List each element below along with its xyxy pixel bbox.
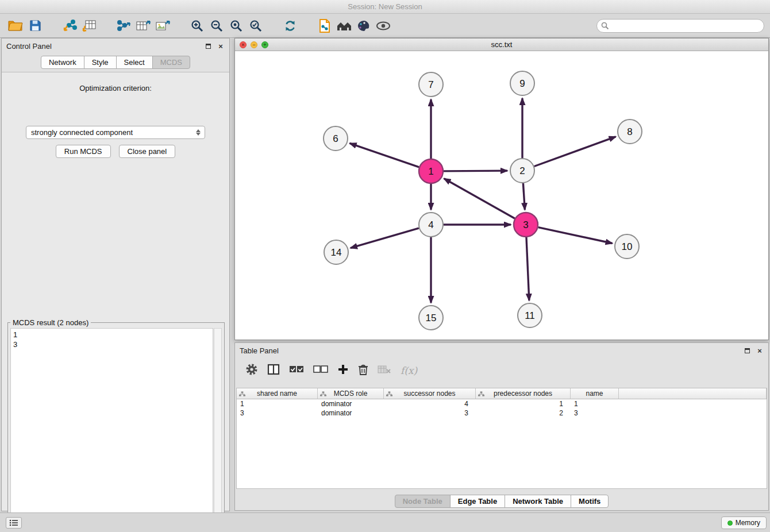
graph-node-10[interactable]: 10 xyxy=(615,234,639,259)
search-icon xyxy=(601,22,609,32)
cell-name[interactable]: 1 xyxy=(571,399,619,408)
graph-node-4[interactable]: 4 xyxy=(419,213,443,237)
zoom-fit-icon[interactable] xyxy=(226,17,246,35)
graph-node-14[interactable]: 14 xyxy=(324,240,348,264)
close-panel-icon[interactable]: × xyxy=(217,42,225,50)
svg-text:7: 7 xyxy=(428,79,433,90)
result-vertical-scrollbar[interactable] xyxy=(214,328,222,526)
table-settings-gear-icon[interactable] xyxy=(245,363,258,378)
result-line: 3 xyxy=(13,340,210,349)
window-minimize-icon[interactable]: − xyxy=(251,41,257,48)
mcds-result-list[interactable]: 1 3 xyxy=(10,328,213,526)
table-row[interactable]: 1 dominator 4 1 1 xyxy=(237,399,767,408)
export-document-icon[interactable] xyxy=(315,17,334,35)
svg-text:10: 10 xyxy=(622,241,633,252)
tab-edge-table[interactable]: Edge Table xyxy=(450,495,505,508)
cell-predecessor-nodes[interactable]: 1 xyxy=(476,399,571,408)
cell-successor-nodes[interactable]: 3 xyxy=(384,408,476,418)
tab-style[interactable]: Style xyxy=(84,56,117,69)
network-canvas[interactable]: 7968124314101511 xyxy=(235,51,768,340)
table-panel: Table Panel × f(x) sha xyxy=(234,342,769,511)
graph-node-1[interactable]: 1 xyxy=(419,159,443,183)
select-all-columns-icon[interactable] xyxy=(289,365,304,376)
zoom-out-icon[interactable] xyxy=(207,17,226,35)
column-header-predecessor-nodes[interactable]: predecessor nodes xyxy=(476,388,571,399)
delete-column-trash-icon[interactable] xyxy=(358,364,368,378)
show-details-eye-icon[interactable] xyxy=(374,17,393,35)
tab-network[interactable]: Network xyxy=(41,56,84,69)
float-table-panel-icon[interactable] xyxy=(743,346,751,354)
search-input[interactable] xyxy=(596,19,764,33)
graph-node-3[interactable]: 3 xyxy=(514,213,538,237)
cell-name[interactable]: 3 xyxy=(571,408,619,418)
graph-node-8[interactable]: 8 xyxy=(618,119,642,144)
zoom-selected-icon[interactable] xyxy=(246,17,265,35)
graph-node-11[interactable]: 11 xyxy=(518,303,542,327)
run-mcds-button[interactable]: Run MCDS xyxy=(56,145,111,158)
create-column-icon[interactable] xyxy=(337,364,349,377)
graph-node-15[interactable]: 15 xyxy=(419,306,443,330)
cell-predecessor-nodes[interactable]: 2 xyxy=(476,408,571,418)
graph-edge-1-6[interactable] xyxy=(350,143,419,167)
criterion-dropdown[interactable]: strongly connected component xyxy=(26,126,205,139)
graph-edge-3-10[interactable] xyxy=(538,228,613,244)
import-network-icon[interactable] xyxy=(60,17,79,35)
svg-text:1: 1 xyxy=(428,166,433,177)
apply-layout-icon[interactable] xyxy=(280,17,300,35)
window-zoom-icon[interactable]: + xyxy=(261,41,268,48)
style-palette-icon[interactable] xyxy=(354,17,374,35)
column-header-name[interactable]: name xyxy=(571,388,619,399)
svg-text:11: 11 xyxy=(525,310,535,321)
save-session-icon[interactable] xyxy=(25,17,45,35)
column-type-icon xyxy=(478,391,484,399)
node-table: shared name MCDS role successor nodes pr… xyxy=(236,388,767,489)
tab-motifs[interactable]: Motifs xyxy=(571,495,609,508)
home-icon[interactable] xyxy=(334,17,354,35)
column-header-mcds-role[interactable]: MCDS role xyxy=(318,388,384,399)
control-panel: Control Panel × Network Style Select MCD… xyxy=(1,38,230,511)
unselect-all-columns-icon[interactable] xyxy=(313,365,328,376)
tab-node-table[interactable]: Node Table xyxy=(395,495,451,508)
cell-shared-name[interactable]: 1 xyxy=(237,399,318,408)
graph-node-9[interactable]: 9 xyxy=(510,71,534,95)
import-table-icon[interactable] xyxy=(79,17,99,35)
tab-network-table[interactable]: Network Table xyxy=(505,495,571,508)
cell-mcds-role[interactable]: dominator xyxy=(318,399,384,408)
graph-node-6[interactable]: 6 xyxy=(324,126,348,151)
show-columns-icon[interactable] xyxy=(267,364,280,377)
graph-edge-4-14[interactable] xyxy=(351,228,419,248)
export-network-icon[interactable] xyxy=(114,17,133,35)
graph-node-7[interactable]: 7 xyxy=(419,72,443,97)
zoom-in-icon[interactable] xyxy=(187,17,207,35)
graph-edge-2-8[interactable] xyxy=(534,137,616,167)
window-close-icon[interactable]: × xyxy=(240,41,247,48)
close-table-panel-icon[interactable]: × xyxy=(756,346,764,354)
svg-text:4: 4 xyxy=(428,219,433,230)
tab-select[interactable]: Select xyxy=(116,56,153,69)
cell-shared-name[interactable]: 3 xyxy=(237,408,318,418)
column-header-shared-name[interactable]: shared name xyxy=(237,388,318,399)
dropdown-stepper-icon xyxy=(194,128,203,137)
graph-edge-3-11[interactable] xyxy=(526,237,529,300)
open-session-icon[interactable] xyxy=(6,17,25,35)
cell-successor-nodes[interactable]: 4 xyxy=(384,399,476,408)
close-panel-button[interactable]: Close panel xyxy=(119,145,176,158)
column-header-successor-nodes[interactable]: successor nodes xyxy=(384,388,476,399)
tab-mcds[interactable]: MCDS xyxy=(152,56,190,69)
automation-panel-toggle-icon[interactable] xyxy=(6,517,22,529)
cell-mcds-role[interactable]: dominator xyxy=(318,408,384,418)
graph-edge-2-3[interactable] xyxy=(523,183,525,210)
graph-node-2[interactable]: 2 xyxy=(510,159,534,183)
svg-text:8: 8 xyxy=(627,126,632,137)
table-row[interactable]: 3 dominator 3 2 3 xyxy=(237,408,767,418)
export-image-icon[interactable] xyxy=(153,17,172,35)
table-panel-header: Table Panel × xyxy=(235,343,768,358)
window-title: Session: New Session xyxy=(348,2,422,11)
graph-edge-3-1[interactable] xyxy=(444,179,515,218)
memory-button[interactable]: Memory xyxy=(721,516,767,529)
export-table-icon[interactable] xyxy=(133,17,153,35)
float-panel-icon[interactable] xyxy=(204,42,212,50)
graph-edge-1-2[interactable] xyxy=(444,171,507,171)
network-graph[interactable]: 7968124314101511 xyxy=(235,51,768,340)
control-panel-header: Control Panel × xyxy=(2,38,229,53)
